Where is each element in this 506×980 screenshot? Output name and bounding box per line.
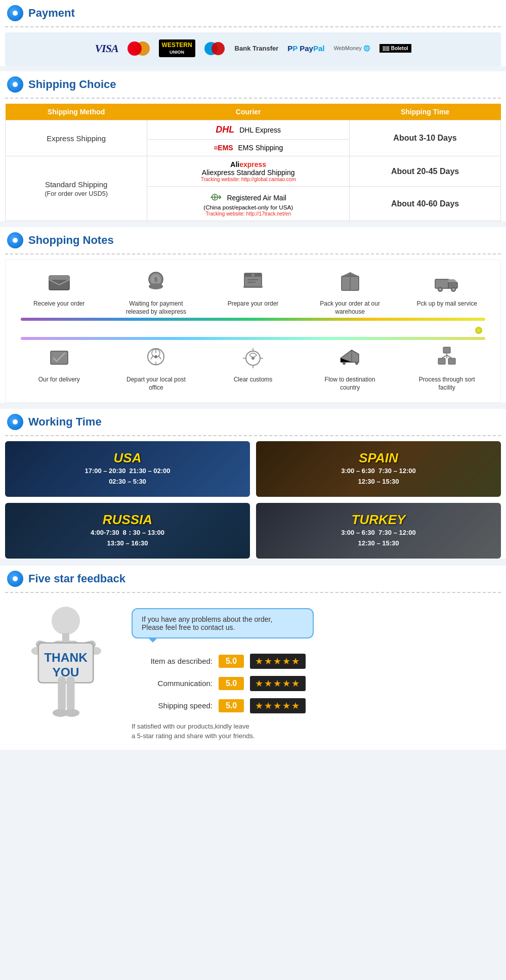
express-dhl-row: Express Shipping DHL DHL Express About 3… bbox=[6, 120, 501, 140]
visa-logo: VISA bbox=[95, 42, 118, 55]
depart-post-icon bbox=[143, 344, 168, 373]
col-courier: Courier bbox=[147, 104, 350, 120]
shipping-icon bbox=[7, 76, 23, 93]
svg-rect-11 bbox=[243, 286, 263, 288]
svg-point-30 bbox=[355, 362, 358, 365]
shipping-divider bbox=[5, 98, 501, 99]
svg-rect-31 bbox=[443, 347, 450, 353]
speech-bubble: If you have any problems about the order… bbox=[132, 608, 314, 638]
svg-point-5 bbox=[149, 283, 163, 289]
rating-score-description: 5.0 bbox=[219, 655, 244, 668]
ali-courier-cell: Aliexpress Aliexpress Standard Shipping … bbox=[147, 156, 350, 187]
regair-courier-cell: ⟴ Registered Air Mail(China post/epacket… bbox=[147, 187, 350, 221]
turkey-times: 3:00 – 6:30 7:30 – 12:0012:30 – 15:30 bbox=[341, 528, 415, 549]
svg-point-29 bbox=[343, 362, 346, 365]
express-time-cell: About 3-10 Days bbox=[350, 120, 501, 156]
feedback-icon bbox=[7, 571, 23, 587]
steps-row-2: Our for delivery Depart your local post … bbox=[11, 344, 495, 392]
feedback-section: Five star feedback bbox=[0, 566, 506, 750]
russia-name: RUSSIA bbox=[91, 512, 164, 528]
shipping-header: Shipping Choice bbox=[0, 71, 506, 98]
payment-icon bbox=[7, 5, 23, 21]
svg-point-37 bbox=[52, 607, 80, 635]
payment-header: Payment bbox=[0, 0, 506, 26]
usa-name: USA bbox=[85, 450, 170, 466]
paypal-logo: PP PayPal bbox=[287, 44, 324, 53]
rating-label-communication: Communication: bbox=[132, 679, 213, 688]
shopping-notes-section: Shopping Notes Receive your order $ Wait… bbox=[0, 227, 506, 402]
clear-customs-icon bbox=[240, 344, 266, 373]
feedback-content: THANK YOU If you have any problems about… bbox=[5, 598, 501, 750]
human-figure-svg: THANK YOU bbox=[20, 603, 111, 745]
svg-line-35 bbox=[442, 355, 447, 358]
rating-stars-shipping: ★★★★★ bbox=[250, 698, 306, 713]
step-payment-released: $ Waiting for payment released by alixep… bbox=[123, 268, 189, 316]
speech-bubble-text: If you have any problems about the order… bbox=[142, 615, 272, 631]
svg-rect-48 bbox=[67, 676, 75, 711]
working-time-divider bbox=[5, 435, 501, 436]
russia-times: 4:00-7:30 8：30 – 13:0013:30 – 16:30 bbox=[91, 528, 164, 549]
payment-title: Payment bbox=[28, 7, 75, 20]
spain-times: 3:00 – 6:30 7:30 – 12:0012:30 – 15:30 bbox=[341, 466, 415, 487]
svg-rect-1 bbox=[49, 276, 69, 280]
sort-facility-label: Process through sort facility bbox=[414, 376, 480, 392]
feedback-right: If you have any problems about the order… bbox=[132, 603, 496, 741]
shipping-section: Shipping Choice Shipping Method Courier … bbox=[0, 71, 506, 221]
svg-rect-38 bbox=[62, 633, 69, 641]
shopping-notes-divider bbox=[5, 253, 501, 254]
shopping-notes-title: Shopping Notes bbox=[28, 234, 114, 247]
svg-rect-9 bbox=[247, 279, 259, 280]
sort-facility-icon bbox=[434, 344, 459, 373]
payment-released-icon: $ bbox=[143, 268, 168, 297]
standard-ali-time: About 20-45 Days bbox=[350, 156, 501, 187]
svg-rect-10 bbox=[247, 282, 256, 283]
svg-line-36 bbox=[447, 355, 452, 358]
receive-order-icon bbox=[47, 268, 72, 297]
ems-courier-cell: ≡EMS EMS Shipping bbox=[147, 140, 350, 156]
step-prepare-order: Prepare your order bbox=[220, 268, 286, 308]
usa-card: USA 17:00 – 20:30 21:30 – 02:0002:30 – 5… bbox=[5, 441, 250, 497]
working-time-title: Working Time bbox=[28, 415, 102, 429]
shipping-title: Shipping Choice bbox=[28, 78, 116, 91]
shopping-notes-header: Shopping Notes bbox=[0, 227, 506, 253]
spain-card: SPAIN 3:00 – 6:30 7:30 – 12:0012:30 – 15… bbox=[256, 441, 501, 497]
dhl-label: DHL Express bbox=[239, 126, 281, 134]
svg-point-8 bbox=[251, 274, 255, 277]
receive-order-label: Receive your order bbox=[33, 300, 85, 308]
mastercard-logo bbox=[128, 41, 150, 56]
ali-logo: Aliexpress bbox=[153, 160, 343, 168]
spain-name: SPAIN bbox=[341, 450, 415, 466]
step-sort-facility: Process through sort facility bbox=[414, 344, 480, 392]
standard-ali-row: Standard Shipping(For order over USD5) A… bbox=[6, 156, 501, 187]
svg-text:THANK: THANK bbox=[44, 651, 88, 664]
boletol-logo: ||||| Boletol bbox=[380, 44, 411, 53]
working-time-header: Working Time bbox=[0, 409, 506, 435]
svg-point-22 bbox=[452, 288, 455, 291]
svg-point-28 bbox=[251, 357, 255, 360]
step-flow-destination: Flow to destination country bbox=[317, 344, 383, 392]
svg-rect-33 bbox=[448, 358, 455, 364]
step-out-delivery: Our for delivery bbox=[26, 344, 92, 384]
regair-time: About 40-60 Days bbox=[350, 187, 501, 221]
rating-row-description: Item as described: 5.0 ★★★★★ bbox=[132, 654, 496, 669]
thank-you-figure: THANK YOU bbox=[10, 603, 121, 745]
ems-label: EMS Shipping bbox=[238, 144, 283, 152]
clear-customs-label: Clear customs bbox=[234, 376, 273, 384]
feedback-divider bbox=[5, 592, 501, 593]
rating-label-description: Item as described: bbox=[132, 657, 213, 665]
express-method-cell: Express Shipping bbox=[6, 120, 147, 156]
svg-text:$: $ bbox=[154, 276, 158, 283]
progress-line-2 bbox=[21, 337, 485, 340]
dhl-courier-cell: DHL DHL Express bbox=[147, 120, 350, 140]
rating-stars-communication: ★★★★★ bbox=[250, 676, 306, 691]
step-pickup: Pck up by mail service bbox=[414, 268, 480, 308]
payment-released-label: Waiting for payment released by alixepre… bbox=[123, 300, 189, 316]
pickup-icon bbox=[434, 268, 459, 297]
svg-point-21 bbox=[439, 288, 442, 291]
dhl-logo: DHL bbox=[216, 124, 234, 135]
working-time-section: Working Time USA 17:00 – 20:30 21:30 – 0… bbox=[0, 409, 506, 559]
pack-order-icon bbox=[338, 268, 363, 297]
ems-logo: ≡EMS bbox=[214, 144, 233, 152]
svg-text:YOU: YOU bbox=[52, 665, 79, 679]
step-pack-order: Pack your order at our warehouse bbox=[317, 268, 383, 316]
